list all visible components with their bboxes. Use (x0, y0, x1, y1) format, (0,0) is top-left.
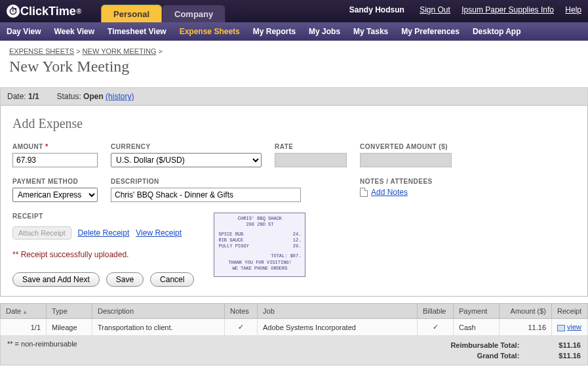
payment-label: PAYMENT METHOD (12, 178, 98, 185)
add-notes-link[interactable]: Add Notes (371, 188, 408, 197)
document-icon (360, 188, 368, 197)
page-title: New York Meeting (9, 58, 579, 75)
legend: ** = non-reimbursable (7, 340, 77, 361)
delete-receipt-link[interactable]: Delete Receipt (78, 228, 130, 238)
converted-label: CONVERTED AMOUNT ($) (360, 143, 452, 150)
logo-icon: ⏱ (7, 5, 20, 18)
main-nav: Day View Week View Timesheet View Expens… (0, 22, 588, 41)
brand-logo: ⏱ClickTime® (7, 5, 81, 18)
currency-label: CURRENCY (111, 143, 262, 150)
grand-label: Grand Total: (477, 352, 520, 360)
col-description[interactable]: Description (92, 304, 225, 319)
breadcrumb-root[interactable]: EXPENSE SHEETS (9, 47, 74, 55)
rate-display (275, 153, 347, 167)
converted-display (360, 153, 452, 167)
tab-personal[interactable]: Personal (101, 5, 162, 22)
col-payment[interactable]: Payment (454, 304, 500, 319)
username: Sandy Hodsun (349, 5, 404, 14)
nav-my-preferences[interactable]: My Preferences (401, 27, 460, 36)
reimbursable-value: $11.16 (559, 341, 581, 349)
status-bar: Date: 1/1 Status: Open (history) (0, 87, 588, 105)
sign-out-link[interactable]: Sign Out (420, 5, 450, 14)
reimbursable-label: Reimbursable Total: (450, 341, 519, 349)
col-job[interactable]: Job (258, 304, 418, 319)
tab-company[interactable]: Company (162, 5, 225, 22)
nav-my-jobs[interactable]: My Jobs (309, 27, 340, 36)
receipt-icon (557, 325, 565, 331)
col-date[interactable]: Date▲ (1, 304, 47, 319)
col-billable[interactable]: Billable (418, 304, 454, 319)
context-tabs: Personal Company (101, 5, 225, 22)
col-amount[interactable]: Amount ($) (500, 304, 552, 319)
save-button[interactable]: Save (106, 272, 144, 287)
receipt-label: RECEIPT (12, 213, 194, 220)
nav-desktop-app[interactable]: Desktop App (473, 27, 521, 36)
grand-value: $11.16 (559, 352, 581, 360)
description-input[interactable] (111, 188, 301, 202)
upload-status: ** Receipt successfully uploaded. (12, 250, 194, 259)
nav-expense-sheets[interactable]: Expense Sheets (180, 27, 240, 36)
topbar: ⏱ClickTime® Personal Company Sandy Hodsu… (0, 0, 588, 22)
expense-grid: Date▲ Type Description Notes Job Billabl… (0, 303, 588, 336)
cancel-button[interactable]: Cancel (150, 272, 194, 287)
form-title: Add Expense (12, 116, 576, 131)
nav-timesheet-view[interactable]: Timesheet View (108, 27, 167, 36)
nav-my-tasks[interactable]: My Tasks (353, 27, 388, 36)
sort-asc-icon: ▲ (22, 309, 28, 315)
currency-select[interactable]: U.S. Dollar ($/USD) (111, 153, 262, 167)
grid-footer: ** = non-reimbursable Reimbursable Total… (0, 336, 588, 366)
view-receipt-row-link[interactable]: view (567, 323, 581, 331)
table-row[interactable]: 1/1 Mileage Transportation to client. ✓ … (1, 319, 588, 336)
col-receipt[interactable]: Receipt (552, 304, 588, 319)
amount-label: AMOUNT * (12, 143, 98, 150)
attach-receipt-button: Attach Receipt (12, 226, 71, 240)
view-receipt-link[interactable]: View Receipt (136, 228, 182, 238)
breadcrumb-current[interactable]: NEW YORK MEETING (83, 47, 157, 55)
nav-day-view[interactable]: Day View (7, 27, 41, 36)
history-link[interactable]: (history) (106, 92, 134, 101)
amount-input[interactable] (12, 153, 98, 167)
col-notes[interactable]: Notes (225, 304, 258, 319)
nav-week-view[interactable]: Week View (54, 27, 94, 36)
supplies-link[interactable]: Ipsum Paper Supplies Info (461, 5, 554, 14)
help-link[interactable]: Help (565, 5, 581, 14)
notes-label: NOTES / ATTENDEES (360, 178, 433, 185)
payment-select[interactable]: American Express (12, 188, 98, 202)
save-and-next-button[interactable]: Save and Add Next (12, 272, 100, 287)
receipt-thumbnail[interactable]: CHRIS' BBQ SHACK 288 2ND ST SPICE RUB24.… (214, 213, 305, 277)
top-right-links: Sandy Hodsun Sign Out Ipsum Paper Suppli… (349, 5, 581, 14)
add-expense-panel: Add Expense AMOUNT * CURRENCY U.S. Dolla… (0, 105, 588, 297)
nav-my-reports[interactable]: My Reports (253, 27, 296, 36)
description-label: DESCRIPTION (111, 178, 301, 185)
rate-label: RATE (275, 143, 347, 150)
col-type[interactable]: Type (47, 304, 92, 319)
breadcrumb: EXPENSE SHEETS > NEW YORK MEETING > (9, 47, 579, 55)
